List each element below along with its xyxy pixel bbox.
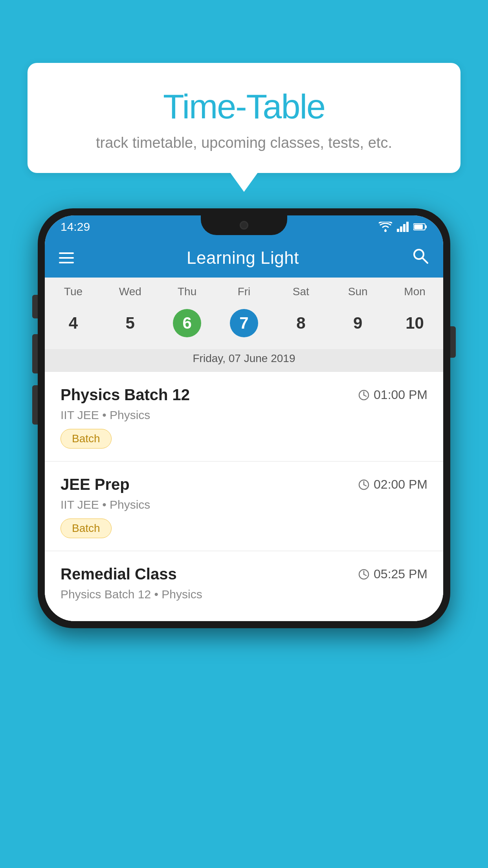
day-mon: Mon (386, 285, 443, 298)
menu-button[interactable] (59, 252, 74, 263)
batch-badge-1: Batch (61, 429, 112, 449)
schedule-item-3-header: Remedial Class 05:25 PM (61, 565, 427, 583)
svg-rect-3 (403, 224, 405, 232)
svg-line-18 (364, 574, 366, 576)
day-tue: Tue (45, 285, 102, 298)
schedule-item-2-header: JEE Prep 02:00 PM (61, 476, 427, 493)
schedule-item-1-time: 01:00 PM (358, 388, 427, 402)
svg-line-15 (364, 485, 366, 486)
schedule-list: Physics Batch 12 01:00 PM IIT JEE • Phys… (45, 372, 443, 621)
page-subtitle: track timetable, upcoming classes, tests… (51, 134, 437, 151)
day-headers: Tue Wed Thu Fri Sat Sun Mon (45, 278, 443, 301)
camera-lens (240, 221, 248, 230)
schedule-item-2[interactable]: JEE Prep 02:00 PM IIT JEE • Physics Batc… (45, 462, 443, 551)
clock-icon-1 (358, 389, 370, 401)
date-9[interactable]: 9 (329, 305, 386, 341)
volume-up-button (32, 334, 38, 373)
menu-line-2 (59, 257, 74, 259)
phone-notch (201, 215, 287, 235)
signal-icon (397, 222, 409, 232)
schedule-item-3-title: Remedial Class (61, 565, 177, 583)
app-toolbar: Learning Light (45, 238, 443, 278)
day-fri: Fri (216, 285, 273, 298)
svg-line-12 (364, 395, 366, 396)
clock-icon-2 (358, 479, 370, 491)
svg-rect-4 (406, 222, 409, 232)
battery-icon (413, 223, 427, 231)
schedule-item-2-title: JEE Prep (61, 476, 130, 493)
phone-outer-shell: 14:29 (38, 208, 450, 628)
phone-mockup: 14:29 (38, 208, 450, 628)
menu-line-1 (59, 252, 74, 254)
schedule-item-1-title: Physics Batch 12 (61, 386, 190, 404)
schedule-item-2-meta: IIT JEE • Physics (61, 498, 427, 511)
search-button[interactable] (412, 247, 429, 268)
date-10[interactable]: 10 (386, 305, 443, 341)
silent-button (32, 295, 38, 318)
calendar-section: Tue Wed Thu Fri Sat Sun Mon 4 5 (45, 278, 443, 372)
day-wed: Wed (102, 285, 159, 298)
day-sat: Sat (272, 285, 329, 298)
schedule-item-3-time: 05:25 PM (358, 567, 427, 581)
svg-line-9 (422, 258, 427, 263)
status-icons (379, 222, 427, 232)
svg-point-0 (384, 230, 387, 232)
date-5[interactable]: 5 (102, 305, 159, 341)
svg-rect-2 (400, 226, 402, 232)
svg-rect-1 (397, 229, 399, 232)
date-6-today[interactable]: 6 (159, 305, 216, 341)
speech-bubble: Time-Table track timetable, upcoming cla… (28, 63, 460, 173)
selected-date-label: Friday, 07 June 2019 (45, 349, 443, 372)
app-title: Learning Light (187, 248, 299, 268)
page-title: Time-Table (51, 86, 437, 127)
status-time: 14:29 (61, 220, 90, 234)
date-8[interactable]: 8 (272, 305, 329, 341)
schedule-item-3[interactable]: Remedial Class 05:25 PM Physics Batch 12… (45, 551, 443, 621)
schedule-item-2-time: 02:00 PM (358, 477, 427, 492)
wifi-icon (379, 222, 392, 232)
schedule-item-1-meta: IIT JEE • Physics (61, 408, 427, 422)
speech-bubble-container: Time-Table track timetable, upcoming cla… (28, 63, 460, 173)
power-button (450, 326, 456, 358)
batch-badge-2: Batch (61, 519, 112, 538)
svg-rect-7 (414, 224, 423, 229)
schedule-item-3-meta: Physics Batch 12 • Physics (61, 588, 427, 601)
date-7-selected[interactable]: 7 (216, 305, 273, 341)
schedule-item-1[interactable]: Physics Batch 12 01:00 PM IIT JEE • Phys… (45, 372, 443, 462)
day-thu: Thu (159, 285, 216, 298)
clock-icon-3 (358, 568, 370, 580)
phone-screen: 14:29 (45, 215, 443, 621)
menu-line-3 (59, 262, 74, 263)
day-sun: Sun (329, 285, 386, 298)
date-4[interactable]: 4 (45, 305, 102, 341)
schedule-item-1-header: Physics Batch 12 01:00 PM (61, 386, 427, 404)
svg-rect-6 (425, 225, 427, 228)
volume-down-button (32, 385, 38, 425)
day-numbers: 4 5 6 7 8 9 (45, 301, 443, 349)
